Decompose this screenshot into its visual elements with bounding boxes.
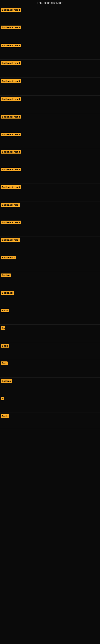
bottleneck-badge-13[interactable]: Bottleneck result xyxy=(1,220,21,224)
bottleneck-row-16: Bottlen xyxy=(0,272,100,290)
bottleneck-badge-12[interactable]: Bottleneck resul xyxy=(1,203,20,207)
bottleneck-badge-2[interactable]: Bottleneck result xyxy=(1,26,21,29)
bottleneck-badge-16[interactable]: Bottlen xyxy=(1,274,11,277)
bottleneck-badge-24[interactable]: Bottle xyxy=(1,414,9,418)
bottleneck-badge-19[interactable]: Bo xyxy=(1,326,5,330)
bottleneck-row-15: Bottleneck r xyxy=(0,254,100,272)
bottleneck-badge-1[interactable]: Bottleneck result xyxy=(1,8,21,12)
bottleneck-row-21: Bott xyxy=(0,360,100,378)
bottleneck-badge-4[interactable]: Bottleneck result xyxy=(1,61,21,65)
bottleneck-row-19: Bo xyxy=(0,324,100,342)
bottleneck-row-4: Bottleneck result xyxy=(0,60,100,78)
bottleneck-row-20: Bottle xyxy=(0,342,100,360)
bottleneck-badge-17[interactable]: Bottleneck xyxy=(1,291,14,295)
bottleneck-row-9: Bottleneck result xyxy=(0,148,100,166)
bottleneck-badge-11[interactable]: Bottleneck result xyxy=(1,185,21,189)
bottleneck-badge-23[interactable]: B xyxy=(1,397,3,400)
bottleneck-row-8: Bottleneck result xyxy=(0,131,100,148)
bottleneck-row-17: Bottleneck xyxy=(0,290,100,307)
bottleneck-badge-18[interactable]: Bottle xyxy=(1,309,9,312)
bottleneck-row-3: Bottleneck result xyxy=(0,42,100,60)
bottleneck-row-22: Bottlene xyxy=(0,378,100,395)
bottleneck-row-12: Bottleneck resul xyxy=(0,202,100,219)
page-wrapper: TheBottlenecker.com Bottleneck resultBot… xyxy=(0,0,100,630)
bottleneck-row-13: Bottleneck result xyxy=(0,219,100,236)
site-title: TheBottlenecker.com xyxy=(0,0,100,6)
bottleneck-badge-8[interactable]: Bottleneck result xyxy=(1,132,21,136)
bottleneck-badge-3[interactable]: Bottleneck result xyxy=(1,44,21,47)
bottleneck-row-7: Bottleneck result xyxy=(0,113,100,131)
bottleneck-row-14: Bottleneck resul xyxy=(0,236,100,254)
bottleneck-badge-22[interactable]: Bottlene xyxy=(1,379,12,383)
bottleneck-badge-20[interactable]: Bottle xyxy=(1,344,9,348)
bottleneck-badge-6[interactable]: Bottleneck result xyxy=(1,97,21,101)
bottleneck-row-1: Bottleneck result xyxy=(0,6,100,24)
rows-container: Bottleneck resultBottleneck resultBottle… xyxy=(0,6,100,630)
bottleneck-badge-14[interactable]: Bottleneck resul xyxy=(1,238,20,242)
bottleneck-row-18: Bottle xyxy=(0,307,100,324)
bottleneck-row-5: Bottleneck result xyxy=(0,78,100,96)
bottleneck-badge-7[interactable]: Bottleneck result xyxy=(1,115,21,118)
bottleneck-row-23: B xyxy=(0,395,100,413)
bottleneck-row-6: Bottleneck result xyxy=(0,96,100,113)
bottleneck-badge-15[interactable]: Bottleneck r xyxy=(1,256,16,260)
bottleneck-badge-9[interactable]: Bottleneck result xyxy=(1,150,21,154)
bottleneck-row-24: Bottle xyxy=(0,413,100,429)
bottleneck-badge-5[interactable]: Bottleneck result xyxy=(1,79,21,83)
bottleneck-row-10: Bottleneck result xyxy=(0,166,100,184)
bottleneck-row-11: Bottleneck result xyxy=(0,184,100,202)
bottleneck-badge-21[interactable]: Bott xyxy=(1,362,8,365)
bottleneck-badge-10[interactable]: Bottleneck result xyxy=(1,168,21,171)
bottleneck-row-2: Bottleneck result xyxy=(0,24,100,42)
